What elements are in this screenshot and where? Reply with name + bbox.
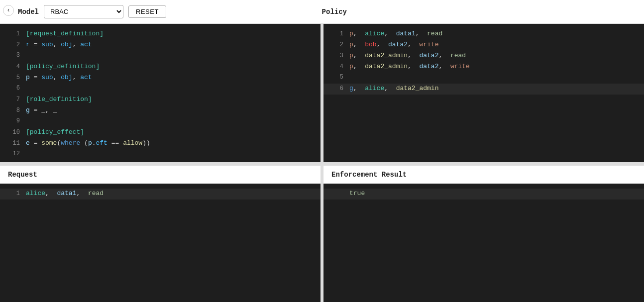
policy-code-panel: 1 p, alice, data1, read 2 p, bob, data2,…: [323, 24, 644, 162]
bottom-panels: 1 alice, data1, read 1 true: [0, 184, 644, 302]
code-line-11: 11 e = some(where (p.eft == allow)): [0, 138, 321, 149]
code-line-5: 5 p = sub, obj, act: [0, 73, 321, 84]
policy-line-6: 6 g, alice, data2_admin: [323, 84, 644, 95]
model-code-panel: 1 [request_definition] 2 r = sub, obj, a…: [0, 24, 321, 162]
code-line-6: 6: [0, 84, 321, 95]
request-title: Request: [8, 171, 37, 179]
policy-line-1: 1 p, alice, data1, read: [323, 29, 644, 40]
result-panel: 1 true: [323, 184, 644, 302]
policy-line-5: 5: [323, 73, 644, 84]
code-line-12: 12: [0, 149, 321, 160]
model-code-area[interactable]: 1 [request_definition] 2 r = sub, obj, a…: [0, 24, 321, 162]
result-title: Enforcement Result: [331, 171, 407, 179]
code-line-8: 8 g = _, _: [0, 105, 321, 116]
model-label: Model: [18, 8, 39, 16]
code-line-4: 4 [policy_definition]: [0, 62, 321, 73]
code-line-7: 7 [role_definition]: [0, 95, 321, 105]
code-line-10: 10 [policy_effect]: [0, 127, 321, 138]
code-line-9: 9: [0, 116, 321, 127]
policy-header: Policy: [322, 8, 347, 16]
result-code-area: 1 true: [323, 184, 644, 302]
code-line-3: 3: [0, 51, 321, 62]
policy-line-4: 4 p, data2_admin, data2, write: [323, 62, 644, 73]
policy-line-2: 2 p, bob, data2, write: [323, 40, 644, 51]
request-panel: 1 alice, data1, read: [0, 184, 321, 302]
reset-button[interactable]: RESET: [128, 5, 166, 18]
code-line-1: 1 [request_definition]: [0, 29, 321, 40]
request-line-1: 1 alice, data1, read: [0, 189, 321, 200]
main-panels: 1 [request_definition] 2 r = sub, obj, a…: [0, 24, 644, 165]
policy-code-area[interactable]: 1 p, alice, data1, read 2 p, bob, data2,…: [323, 24, 644, 162]
code-line-2: 2 r = sub, obj, act: [0, 40, 321, 51]
top-bar: Model RBAC ACL ABAC REST Keymatch RESET …: [0, 0, 644, 24]
back-icon: ‹: [6, 7, 10, 14]
policy-line-3: 3 p, data2_admin, data2, read: [323, 51, 644, 62]
result-line-1: 1 true: [323, 189, 644, 200]
request-code-area[interactable]: 1 alice, data1, read: [0, 184, 321, 302]
model-select[interactable]: RBAC ACL ABAC REST Keymatch: [44, 5, 123, 18]
code-line-13: 13 [matchers]: [0, 160, 321, 162]
back-button[interactable]: ‹: [3, 5, 14, 16]
bottom-labels-row: Request Enforcement Result: [0, 165, 644, 184]
